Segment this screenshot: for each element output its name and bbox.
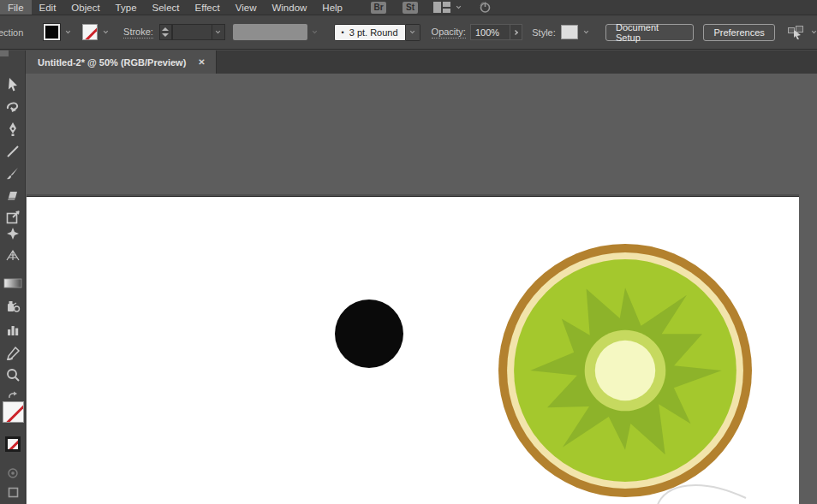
power-icon[interactable] [479, 1, 492, 14]
style-swatch[interactable] [561, 25, 578, 39]
curvature-tool-icon[interactable] [3, 98, 22, 116]
control-bar: ection Stroke: • 3 pt. Round Opacity: 10… [0, 15, 817, 50]
fill-color-swatch[interactable] [44, 24, 60, 40]
menu-window[interactable]: Window [264, 0, 314, 15]
workspace-switcher-icon[interactable] [433, 2, 450, 13]
style-label: Style: [532, 27, 556, 38]
selection-tool-icon[interactable] [3, 75, 22, 94]
brushes-panel-button[interactable]: Br [371, 2, 386, 14]
preferences-button[interactable]: Preferences [703, 24, 774, 41]
pen-tool-icon[interactable] [3, 120, 22, 139]
brush-definition-combo[interactable]: • 3 pt. Round [334, 24, 420, 41]
black-circle-shape[interactable] [335, 299, 403, 368]
line-segment-tool-icon[interactable] [3, 142, 22, 161]
tab-close-icon[interactable]: ✕ [198, 57, 205, 67]
opacity-label[interactable]: Opacity: [432, 27, 466, 39]
canvas-pasteboard[interactable] [26, 74, 817, 504]
eraser-tool-icon[interactable] [3, 187, 22, 205]
style-chevron-icon[interactable] [584, 28, 588, 33]
column-graph-tool-icon[interactable] [3, 321, 22, 340]
brush-bullet: • [342, 28, 344, 37]
kiwi-core [595, 341, 655, 400]
document-setup-button[interactable]: Document Setup [605, 24, 694, 41]
screen-mode-icon[interactable] [3, 483, 22, 501]
menu-effect[interactable]: Effect [188, 0, 228, 15]
symbol-sprayer-tool-icon[interactable] [3, 297, 22, 316]
menu-file[interactable]: File [0, 0, 32, 15]
stroke-color-none-swatch[interactable] [82, 24, 98, 40]
fill-chevron-icon[interactable] [66, 28, 70, 33]
workspace-chevron-icon[interactable] [456, 3, 461, 8]
selection-label-truncated: ection [0, 27, 23, 38]
color-mode-icon[interactable] [3, 464, 22, 483]
kiwi-illustration[interactable] [498, 244, 752, 497]
tools-panel [0, 50, 26, 504]
stroke-weight-combo[interactable] [172, 24, 225, 40]
styles-panel-button[interactable]: St [403, 2, 418, 14]
menu-object[interactable]: Object [63, 0, 107, 15]
stroke-weight-stepper[interactable] [159, 24, 172, 40]
menu-view[interactable]: View [228, 0, 265, 15]
stroke-none-swatch[interactable] [5, 436, 21, 452]
menu-select[interactable]: Select [145, 0, 188, 15]
sketch-curve [650, 479, 753, 504]
align-icon[interactable] [788, 26, 804, 39]
stroke-weight-chevron-icon[interactable] [212, 25, 224, 39]
menu-edit[interactable]: Edit [32, 0, 64, 15]
menu-help[interactable]: Help [314, 0, 350, 15]
menu-bar: File Edit Object Type Select Effect View… [0, 0, 817, 15]
toolbar-grip[interactable] [0, 50, 9, 56]
zoom-tool-icon[interactable] [3, 365, 22, 384]
document-tab[interactable]: Untitled-2* @ 50% (RGB/Preview) ✕ [26, 50, 217, 74]
document-tab-title: Untitled-2* @ 50% (RGB/Preview) [38, 57, 186, 68]
opacity-expand-button[interactable] [510, 24, 523, 40]
variable-width-profile-disabled [233, 24, 307, 40]
align-chevron-icon[interactable] [812, 28, 816, 33]
profile-chevron-icon [312, 28, 316, 33]
brush-chevron-icon[interactable] [406, 24, 420, 41]
document-tab-bar: Untitled-2* @ 50% (RGB/Preview) ✕ [26, 50, 817, 74]
shape-builder-tool-icon[interactable] [3, 224, 22, 243]
fill-none-swatch[interactable] [3, 401, 24, 423]
pencil-tool-icon[interactable] [3, 344, 22, 363]
stroke-chevron-icon[interactable] [104, 28, 108, 33]
artboard[interactable] [27, 196, 799, 504]
perspective-grid-tool-icon[interactable] [3, 246, 22, 265]
opacity-input[interactable]: 100% [470, 24, 510, 40]
gradient-tool-icon[interactable] [3, 274, 22, 293]
paintbrush-tool-icon[interactable] [3, 164, 22, 183]
brush-value: 3 pt. Round [349, 27, 398, 38]
stroke-weight-label[interactable]: Stroke: [123, 27, 153, 39]
menu-type[interactable]: Type [108, 0, 145, 15]
